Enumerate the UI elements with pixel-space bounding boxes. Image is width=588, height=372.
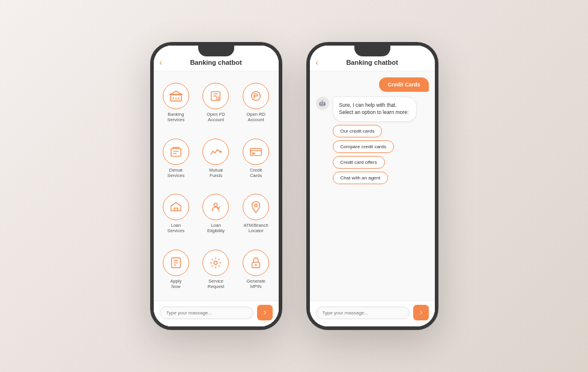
atm-branch-icon [243,194,269,220]
mutual-funds-icon [202,139,229,165]
svg-point-15 [220,151,222,153]
open-fd-icon [202,83,229,109]
menu-item-apply-now[interactable]: ApplyNow [157,243,195,296]
menu-item-banking-services[interactable]: BankingServices [157,76,195,130]
menu-label-open-fd: Open FDAccount [207,112,225,122]
bot-content: Sure, I can help with that. Select an op… [333,97,417,184]
menu-label-apply-now: ApplyNow [170,278,181,289]
bot-bubble: Sure, I can help with that. Select an op… [333,97,417,122]
menu-label-open-rd: Open RDAccount [247,112,265,122]
back-arrow-2[interactable]: ‹ [316,58,319,67]
svg-rect-19 [174,208,178,211]
menu-item-atm-branch[interactable]: ATM/BranchLocator [237,187,275,241]
menu-item-open-fd[interactable]: Open FDAccount [197,76,235,130]
back-arrow-1[interactable]: ‹ [160,58,163,67]
bot-avatar: 🤖 [316,97,329,110]
menu-label-banking-services: BankingServices [167,112,184,122]
phone-notch-1 [198,46,234,56]
phone-1-send-button[interactable] [257,305,273,320]
option-compare-credit-cards[interactable]: Compare credit cards [333,140,394,153]
svg-rect-16 [250,148,261,155]
svg-rect-18 [252,153,255,154]
svg-rect-12 [171,148,181,156]
chat-screen: Credit Cards 🤖 Sure, I can help with tha… [310,71,435,326]
phone-2: ‹ Banking chatbot Credit Cards 🤖 Sure, I… [306,42,438,330]
phone-1-input-bar [154,301,279,326]
header-title-2: Banking chatbot [317,59,428,66]
option-chat-agent[interactable]: Chat with an agent [333,172,389,184]
phone-2-send-button[interactable] [413,305,429,320]
phone-1: ‹ Banking chatbot BankingServices Open F… [150,42,282,330]
user-message-wrap: Credit Cards [316,77,429,92]
phone-1-screen: ‹ Banking chatbot BankingServices Open F… [154,46,279,326]
chat-messages: Credit Cards 🤖 Sure, I can help with tha… [310,71,435,301]
menu-label-service-request: ServiceRequest [208,278,225,289]
apply-now-icon [163,250,189,276]
service-request-icon [202,250,229,276]
option-our-credit-cards[interactable]: Our credit cards [333,125,383,137]
menu-label-demat: DematServices [167,167,184,178]
menu-label-generate-mpin: GenerateMPIN [247,278,265,289]
phone-2-screen: ‹ Banking chatbot Credit Cards 🤖 Sure, I… [310,46,435,326]
menu-item-open-rd[interactable]: Open RDAccount [237,76,275,130]
menu-label-atm-branch: ATM/BranchLocator [244,223,268,233]
svg-point-26 [214,261,218,265]
menu-label-loan-services: LoanServices [167,223,184,233]
demat-icon [163,139,189,165]
menu-label-loan-eligibility: LoanEligibility [207,223,225,233]
svg-point-21 [255,204,258,207]
user-bubble: Credit Cards [379,77,428,92]
credit-cards-icon [243,139,269,165]
generate-mpin-icon [243,250,269,276]
menu-item-loan-services[interactable]: LoanServices [157,187,195,241]
open-rd-icon [243,83,269,109]
menu-item-demat[interactable]: DematServices [157,132,195,185]
phone-2-input-bar [310,301,435,326]
svg-point-28 [255,264,257,266]
menu-label-mutual-funds: MutualFunds [209,167,223,178]
phone-2-input[interactable] [316,307,410,319]
menu-item-credit-cards[interactable]: CreditCards [237,132,275,185]
menu-item-service-request[interactable]: ServiceRequest [197,243,235,296]
header-title-1: Banking chatbot [161,59,271,66]
banking-services-icon [163,83,189,109]
bot-message-wrap: 🤖 Sure, I can help with that. Select an … [316,97,429,184]
menu-label-credit-cards: CreditCards [250,167,262,178]
menu-grid: BankingServices Open FDAccount Open RDAc… [154,71,279,301]
loan-services-icon [163,194,189,220]
option-credit-card-offers[interactable]: Credit card offers [333,156,385,169]
menu-item-loan-eligibility[interactable]: LoanEligibility [197,187,235,241]
phone-notch-2 [354,46,390,56]
menu-item-mutual-funds[interactable]: MutualFunds [197,132,235,185]
svg-point-20 [214,203,218,207]
menu-item-generate-mpin[interactable]: GenerateMPIN [237,243,275,296]
loan-eligibility-icon [202,194,229,220]
phones-container: ‹ Banking chatbot BankingServices Open F… [150,42,438,330]
phone-1-input[interactable] [160,307,253,319]
